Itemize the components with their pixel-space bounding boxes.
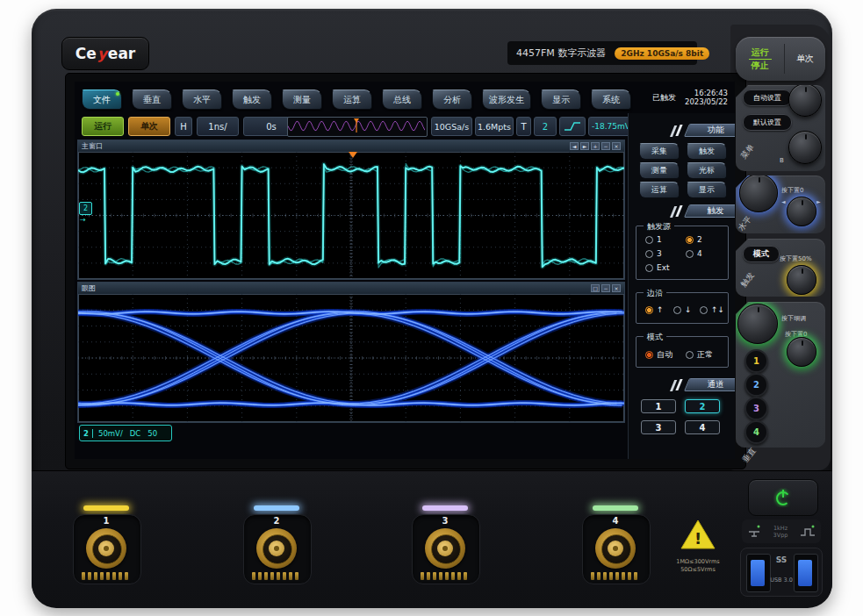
restore-icon[interactable]: □	[591, 284, 600, 292]
autoset-button[interactable]: 自动设置	[743, 90, 792, 106]
menu-tab-measure[interactable]: 测量	[282, 90, 322, 110]
fn-acquire-button[interactable]: 采集	[639, 143, 680, 160]
main-waveform-window: 主窗口 ◄ ► + − × 2 →	[77, 140, 625, 280]
edge-falling-option[interactable]: ↓	[673, 305, 692, 314]
eye-window-title: 眼图	[82, 283, 96, 293]
default-setup-button[interactable]: 默认设置	[743, 114, 792, 131]
probe-comp-vpp: 3Vpp	[773, 532, 788, 539]
menu-tab-wavegen[interactable]: 波形发生	[482, 90, 531, 110]
horizontal-scale-knob[interactable]	[739, 174, 778, 212]
ground-terminal-icon	[746, 524, 762, 540]
touch-channel-3-button[interactable]: 3	[641, 420, 676, 434]
mode-auto-option[interactable]: 自动	[645, 349, 672, 361]
menu-tab-horizontal[interactable]: 水平	[182, 90, 222, 110]
hard-channel-1-button[interactable]: 1	[744, 349, 768, 373]
run-stop-single-hard-buttons: 运行停止 单次	[736, 37, 825, 81]
edge-both-option[interactable]: ↑↓	[700, 305, 724, 314]
voltage-warning: ! 1MΩ≤300Vrms 50Ω≤5Vrms	[660, 518, 736, 574]
menu-tab-file[interactable]: 文件	[82, 90, 122, 110]
vertical-position-knob[interactable]	[787, 337, 816, 367]
hard-channel-2-button[interactable]: 2	[744, 373, 768, 397]
fn-measure-button[interactable]: 测量	[639, 162, 680, 179]
single-state-button[interactable]: 单次	[128, 117, 170, 136]
menu-tab-vertical[interactable]: 垂直	[132, 90, 172, 110]
menu-tab-math[interactable]: 运算	[332, 90, 372, 110]
eye-window-titlebar[interactable]: 眼图 □ − ×	[78, 283, 624, 294]
right-arrow-icon: ►	[816, 198, 821, 204]
radio-icon	[645, 264, 653, 272]
channel-3-led	[422, 505, 468, 511]
trigger-status-text: 已触发	[652, 92, 676, 104]
multifunction-knob-a[interactable]	[788, 83, 822, 117]
fn-math-button[interactable]: 运算	[639, 182, 680, 198]
model-title: 4457FM 数字示波器	[516, 47, 606, 60]
timebase-value[interactable]: 1ns/	[197, 117, 239, 136]
zoom-in-icon[interactable]: +	[591, 142, 600, 150]
zoom-out-icon[interactable]: −	[601, 142, 610, 150]
run-stop-button[interactable]: 运行停止	[736, 47, 784, 71]
bandwidth-badge: 2GHz 10GSa/s 8bit	[615, 47, 709, 60]
menu-tab-trigger[interactable]: 触发	[232, 90, 272, 110]
radio-icon	[645, 351, 653, 359]
bnc-4-label: 4	[582, 516, 649, 526]
scroll-right-icon[interactable]: ►	[580, 142, 589, 150]
close-icon[interactable]: ×	[612, 284, 621, 292]
fn-trigger-button[interactable]: 触发	[687, 143, 727, 160]
hard-channel-4-button[interactable]: 4	[744, 420, 768, 444]
channel-coupling: DC	[130, 429, 140, 438]
menu-tab-bus[interactable]: 总线	[382, 90, 422, 110]
square-wave-terminal-icon	[799, 524, 816, 540]
radio-icon	[645, 236, 653, 244]
brand-logo-part2: y	[97, 45, 107, 62]
menu-tab-system[interactable]: 系统	[591, 90, 631, 110]
single-button[interactable]: 单次	[785, 53, 825, 65]
trigger-source-value[interactable]: 2	[534, 117, 557, 136]
radio-icon	[700, 306, 708, 314]
trigger-source-label: 触发源	[644, 221, 674, 233]
multifunction-knob-b[interactable]	[788, 131, 822, 164]
vertical-scale-knob[interactable]	[737, 304, 778, 344]
edge-rising-option[interactable]: ↑	[645, 305, 664, 314]
trigger-mode-button[interactable]: 模式	[743, 246, 780, 262]
horizontal-h-label: H	[175, 117, 192, 136]
horizontal-position-knob[interactable]	[787, 197, 816, 226]
touch-channel-4-button[interactable]: 4	[685, 420, 720, 434]
brand-logo: Ceyear	[61, 37, 149, 70]
trigger-source-option-1[interactable]: 1	[645, 235, 662, 244]
touchscreen: 文件 垂直 水平 触发 测量 运算 总线 分析 波形发生 显示 系统 已触发 1…	[75, 82, 735, 459]
fn-cursor-button[interactable]: 光标	[687, 162, 727, 179]
fn-display-button[interactable]: 显示	[687, 182, 727, 198]
trigger-position-marker[interactable]	[349, 152, 357, 158]
mode-normal-option[interactable]: 正常	[686, 349, 713, 361]
channel2-level-marker[interactable]: 2	[79, 202, 92, 215]
menu-tab-display[interactable]: 显示	[541, 90, 581, 110]
trigger-source-option-4[interactable]: 4	[686, 249, 702, 258]
trigger-source-group: 触发源 1 2 3 4 Ext	[636, 226, 729, 280]
trigger-source-option-3[interactable]: 3	[645, 249, 662, 258]
edge-label: 边沿	[644, 288, 666, 299]
minimize-icon[interactable]: −	[601, 284, 610, 292]
trigger-source-option-ext[interactable]: Ext	[645, 263, 670, 272]
bnc-connector	[425, 528, 465, 569]
channel2-readout[interactable]: 2 50mV/ DC 50	[79, 425, 172, 441]
main-window-titlebar[interactable]: 主窗口 ◄ ► + − ×	[78, 140, 624, 152]
run-state-button[interactable]: 运行	[82, 117, 124, 136]
bnc-connector	[86, 528, 126, 569]
trigger-edge-icon[interactable]	[559, 117, 586, 136]
mode-label: 模式	[644, 332, 666, 343]
menu-tab-analyze[interactable]: 分析	[432, 90, 472, 110]
power-button[interactable]	[748, 479, 818, 516]
radio-icon	[673, 306, 681, 314]
close-icon[interactable]: ×	[612, 142, 621, 150]
trigger-source-option-2[interactable]: 2	[686, 235, 702, 244]
touch-channel-1-button[interactable]: 1	[641, 399, 676, 413]
bnc-pins	[591, 572, 637, 580]
trigger-level-knob[interactable]	[787, 265, 816, 295]
model-bar: 4457FM 数字示波器 2GHz 10GSa/s 8bit	[507, 41, 697, 65]
hard-channel-3-button[interactable]: 3	[744, 397, 768, 420]
scroll-left-icon[interactable]: ◄	[570, 142, 579, 150]
waveform-preview-strip[interactable]	[287, 117, 428, 137]
radio-icon	[686, 351, 694, 359]
touch-channel-2-button[interactable]: 2	[685, 399, 720, 413]
push-50-label: 按下置50%	[780, 254, 812, 263]
